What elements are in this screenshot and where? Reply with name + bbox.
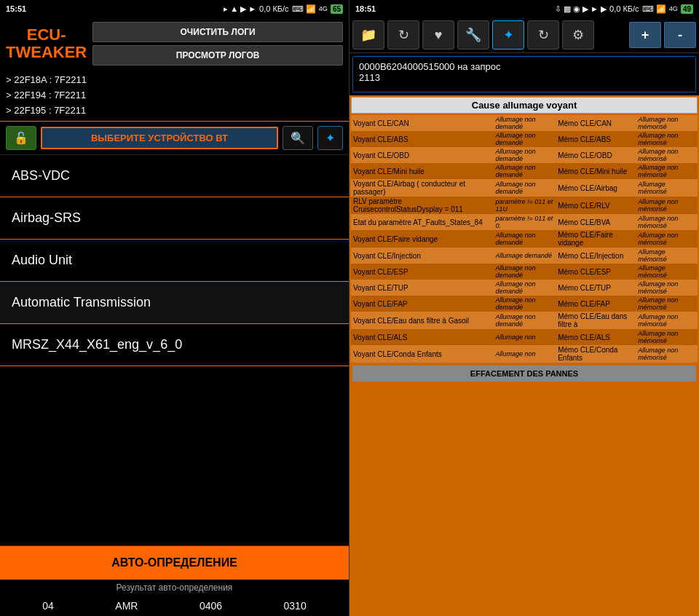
table-row: Voyant CLE/ESP Allumage non demandé Mémo… [351, 264, 698, 280]
memo-value: Allumage non mémorisé [636, 296, 698, 312]
bt-device-button[interactable]: ВЫБЕРИТЕ УСТРОЙСТВО ВТ [41, 127, 278, 149]
settings-button[interactable]: ⚙ [562, 20, 594, 50]
voyant-value: Allumage non [494, 345, 556, 363]
table-row: Voyant CLE/CAN Allumage non demandé Mémo… [351, 115, 698, 131]
memo-value: Allumage non mémorisé [636, 147, 698, 163]
voyant-value: Allumage non demandé [494, 163, 556, 179]
memo-label: Mémo CLE/Conda Enfants [556, 345, 636, 363]
voyant-label: Voyant CLE/Conda Enfants [351, 345, 494, 363]
result-label: Результат авто-определения [0, 580, 349, 596]
table-row: Voyant CLE/Injection Allumage demandé Mé… [351, 248, 698, 264]
menu-item-abs[interactable]: ABS-VDC [0, 155, 349, 197]
minus-button[interactable]: - [664, 22, 696, 48]
menu-item-audio[interactable]: Audio Unit [0, 240, 349, 282]
memo-value: Allumage mémorisé [636, 264, 698, 280]
table-row: Voyant CLE/ABS Allumage non demandé Mémo… [351, 131, 698, 147]
memo-label: Mémo CLE/TUP [556, 280, 636, 296]
memo-label: Mémo CLE/Injection [556, 248, 636, 264]
effacement-button[interactable]: EFFACEMENT DES PANNES [352, 366, 696, 382]
table-row: Etat du paramètre AT_Faults_States_84 pa… [351, 214, 698, 230]
battery-left: 65 [331, 4, 343, 14]
voyant-label: Voyant CLE/ABS [351, 131, 494, 147]
plus-button[interactable]: + [629, 22, 661, 48]
cause-table: Voyant CLE/CAN Allumage non demandé Mémo… [351, 115, 698, 363]
memo-value: Allumage non mémorisé [636, 115, 698, 131]
table-row: Voyant CLE/Eau dans filtre à Gasoil Allu… [351, 312, 698, 329]
bt-row: 🔓 ВЫБЕРИТЕ УСТРОЙСТВО ВТ 🔍 ✦ [0, 122, 349, 155]
result-col1: 04 [42, 600, 54, 612]
memo-label: Mémo CLE/Faire vidange [556, 230, 636, 248]
menu-item-transmission[interactable]: Automatic Transmission [0, 282, 349, 324]
lock-button[interactable]: 🔓 [6, 126, 36, 150]
memo-value: Allumage non mémorisé [636, 163, 698, 179]
status-bar-right: 18:51 ⇩ ▩ ◉ ▶ ► ▶ 0,0 КБ/с ⌨ 📶 4G 49 [350, 0, 699, 17]
memo-label: Mémo CLE/FAP [556, 296, 636, 312]
voyant-value: Allumage non demandé [494, 131, 556, 147]
table-row: Voyant CLE/TUP Allumage non demandé Mémo… [351, 280, 698, 296]
voyant-label: Voyant CLE/Mini huile [351, 163, 494, 179]
voyant-value: Allumage demandé [494, 248, 556, 264]
voyant-label: Voyant CLE/ALS [351, 329, 494, 345]
voyant-value: Allumage non demandé [494, 296, 556, 312]
cause-table-container[interactable]: Cause allumage voyant Voyant CLE/CAN All… [350, 95, 699, 616]
result-col4: 0310 [284, 600, 307, 612]
time-left: 15:51 [6, 4, 26, 13]
status-bar-left: 15:51 ▸ ▲ ▶ ► 0,0 КБ/с ⌨ 📶 4G 65 [0, 0, 349, 17]
voyant-value: Allumage non demandé [494, 230, 556, 248]
voyant-value: Allumage non [494, 329, 556, 345]
sync-button[interactable]: ↻ [527, 20, 559, 50]
status-icons-right: ⇩ ▩ ◉ ▶ ► ▶ 0,0 КБ/с ⌨ 📶 4G 49 [555, 4, 693, 14]
table-row: Voyant CLE/Airbag ( conducteur et passag… [351, 179, 698, 197]
voyant-label: Voyant CLE/FAP [351, 296, 494, 312]
table-row: Voyant CLE/OBD Allumage non demandé Mémo… [351, 147, 698, 163]
view-logs-button[interactable]: ПРОСМОТР ЛОГОВ [92, 45, 343, 66]
result-col2: AMR [115, 600, 138, 612]
cause-title: Cause allumage voyant [351, 97, 698, 114]
menu-item-airbag[interactable]: Airbag-SRS [0, 197, 349, 240]
log-line-1: > 22F18A : 7F2211 [6, 73, 343, 88]
battery-right: 49 [681, 4, 693, 14]
voyant-label: Voyant CLE/Faire vidange [351, 230, 494, 248]
memo-label: Mémo CLE/ALS [556, 329, 636, 345]
memo-label: Mémo CLE/ABS [556, 131, 636, 147]
log-line-3: > 22F195 : 7F2211 [6, 103, 343, 119]
log-area: > 22F18A : 7F2211 > 22F194 : 7F2211 > 22… [0, 70, 349, 122]
status-icons-left: ▸ ▲ ▶ ► 0,0 КБ/с ⌨ 📶 4G 65 [224, 4, 343, 14]
voyant-label: Voyant CLE/OBD [351, 147, 494, 163]
voyant-label: Voyant CLE/ESP [351, 264, 494, 280]
voyant-label: Voyant CLE/Eau dans filtre à Gasoil [351, 312, 494, 329]
request-info: 0000B6204000515000 на запрос 2113 [352, 56, 696, 92]
voyant-value: Allumage non demandé [494, 264, 556, 280]
memo-label: Mémo CLE/ESP [556, 264, 636, 280]
result-col3: 0406 [200, 600, 222, 612]
memo-value: Allumage mémorisé [636, 248, 698, 264]
main-content-right: Cause allumage voyant Voyant CLE/CAN All… [350, 95, 699, 616]
auto-detect-button[interactable]: АВТО-ОПРЕДЕЛЕНИЕ [0, 546, 349, 580]
voyant-value: paramètre != 011 et 11U [494, 197, 556, 214]
table-row: RLV paramètre CruisecontrolStatusDysplay… [351, 197, 698, 214]
voyant-value: Allumage non demandé [494, 147, 556, 163]
voyant-value: Allumage non demandé [494, 280, 556, 296]
bluetooth-right-button[interactable]: ✦ [492, 20, 524, 50]
memo-label: Mémo CLE/BVA [556, 214, 636, 230]
voyant-label: Etat du paramètre AT_Faults_States_84 [351, 214, 494, 230]
clear-logs-button[interactable]: ОЧИСТИТЬ ЛОГИ [92, 22, 343, 42]
wrench-button[interactable]: 🔧 [457, 20, 489, 50]
bottom-section: АВТО-ОПРЕДЕЛЕНИЕ Результат авто-определе… [0, 545, 349, 616]
ecu-logo: ECU- TWEAKER [6, 26, 87, 61]
folder-button[interactable]: 📁 [352, 20, 384, 50]
memo-label: Mémo CLE/Eau dans filtre à [556, 312, 636, 329]
table-row: Voyant CLE/FAP Allumage non demandé Mémo… [351, 296, 698, 312]
voyant-label: Voyant CLE/Injection [351, 248, 494, 264]
bluetooth-button[interactable]: ✦ [317, 126, 343, 150]
refresh-button[interactable]: ↻ [387, 20, 419, 50]
voyant-label: RLV paramètre CruisecontrolStatusDysplay… [351, 197, 494, 214]
heart-button[interactable]: ♥ [422, 20, 454, 50]
memo-value: Allumage mémorisé [636, 179, 698, 197]
left-panel: 15:51 ▸ ▲ ▶ ► 0,0 КБ/с ⌨ 📶 4G 65 ECU- TW… [0, 0, 350, 616]
memo-label: Mémo CLE/Mini huile [556, 163, 636, 179]
search-button[interactable]: 🔍 [283, 126, 313, 150]
voyant-value: Allumage non demandé [494, 115, 556, 131]
memo-value: Allumage non mémorisé [636, 214, 698, 230]
menu-item-mrsz[interactable]: MRSZ_X44_X61_eng_v_6_0 [0, 324, 349, 366]
